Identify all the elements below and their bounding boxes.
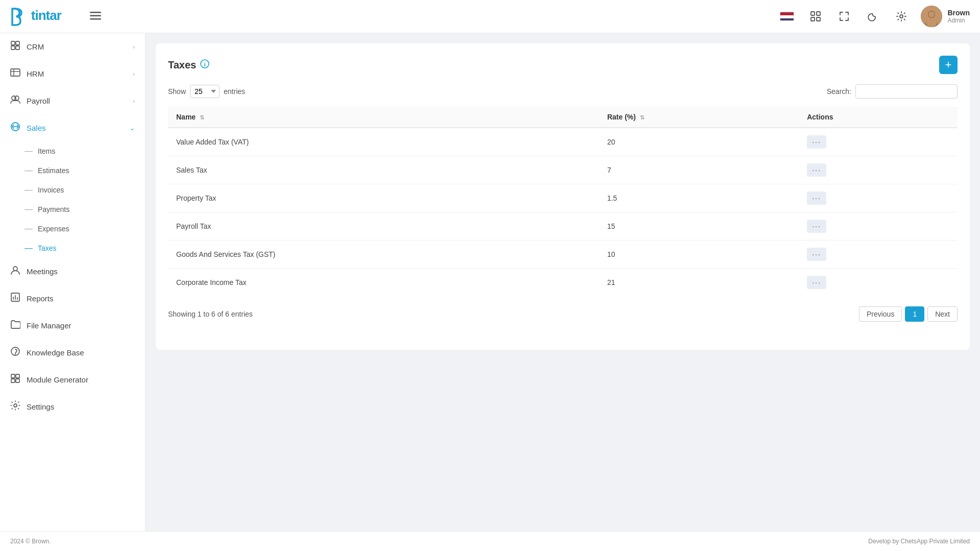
table-row: Value Added Tax (VAT) 20 ··· [168, 128, 958, 156]
page-card: Taxes i + Show 25 50 100 entries [156, 43, 970, 350]
rate-sort-icon: ⇅ [640, 114, 644, 121]
svg-rect-5 [811, 17, 815, 21]
cell-name: Goods And Services Tax (GST) [168, 241, 599, 269]
submenu-items[interactable]: — Items [0, 141, 145, 161]
svg-rect-3 [811, 12, 815, 15]
logo: tintar [10, 7, 61, 26]
sales-icon [10, 122, 20, 134]
svg-point-39 [14, 404, 17, 407]
layout: CRM › HRM › Payroll › [0, 33, 980, 531]
cell-name: Value Added Tax (VAT) [168, 128, 599, 156]
show-entries: Show 25 50 100 entries [168, 85, 245, 98]
cell-name: Sales Tax [168, 156, 599, 184]
svg-rect-6 [817, 17, 820, 21]
sidebar-item-crm[interactable]: CRM › [0, 33, 145, 60]
hrm-chevron: › [133, 70, 135, 78]
crm-icon [10, 40, 20, 53]
sidebar-item-reports[interactable]: Reports [0, 285, 145, 312]
cell-rate: 21 [599, 269, 799, 297]
settings-sidebar-icon [10, 400, 20, 413]
header-left: tintar [10, 7, 101, 26]
svg-rect-13 [11, 41, 15, 45]
svg-point-28 [13, 267, 17, 271]
actions-button-2[interactable]: ··· [807, 191, 826, 205]
info-icon[interactable]: i [200, 59, 209, 70]
svg-point-12 [926, 19, 937, 27]
meetings-icon [10, 265, 20, 278]
page-title-row: Taxes i [168, 59, 209, 71]
sidebar-label-module: Module Generator [27, 375, 88, 384]
table-row: Sales Tax 7 ··· [168, 156, 958, 184]
submenu-expenses[interactable]: — Expenses [0, 219, 145, 238]
settings-icon[interactable] [892, 7, 911, 26]
fullscreen-icon[interactable] [835, 7, 853, 26]
svg-point-11 [928, 11, 935, 17]
actions-button-4[interactable]: ··· [807, 248, 826, 261]
cell-name: Property Tax [168, 184, 599, 212]
submenu-taxes[interactable]: — Taxes [0, 238, 145, 258]
actions-button-5[interactable]: ··· [807, 276, 826, 289]
showing-text: Showing 1 to 6 of 6 entries [168, 310, 253, 318]
sidebar-item-module[interactable]: Module Generator [0, 366, 145, 393]
cell-rate: 7 [599, 156, 799, 184]
page-1-button[interactable]: 1 [905, 306, 924, 322]
filemanager-icon [10, 319, 20, 332]
add-button[interactable]: + [939, 56, 958, 74]
sidebar-item-knowledge[interactable]: Knowledge Base [0, 339, 145, 366]
svg-rect-38 [16, 379, 19, 382]
sidebar-item-sales[interactable]: Sales ⌄ [0, 114, 145, 141]
name-sort-icon: ⇅ [200, 114, 204, 121]
sidebar-item-hrm[interactable]: HRM › [0, 60, 145, 87]
svg-rect-36 [16, 374, 19, 378]
cell-rate: 10 [599, 241, 799, 269]
svg-rect-2 [90, 18, 101, 20]
user-role: Admin [947, 17, 970, 24]
flag-icon[interactable] [778, 7, 796, 26]
svg-text:i: i [204, 61, 206, 67]
col-name[interactable]: Name ⇅ [168, 107, 599, 128]
sidebar-item-filemanager[interactable]: File Manager [0, 312, 145, 339]
payroll-icon [10, 94, 20, 107]
sidebar-item-payroll[interactable]: Payroll › [0, 87, 145, 114]
sidebar-item-meetings[interactable]: Meetings [0, 258, 145, 285]
cell-actions: ··· [799, 269, 958, 297]
actions-button-3[interactable]: ··· [807, 220, 826, 233]
previous-button[interactable]: Previous [859, 306, 902, 322]
page-header: Taxes i + [168, 56, 958, 74]
actions-button-0[interactable]: ··· [807, 135, 826, 149]
submenu-payments[interactable]: — Payments [0, 200, 145, 219]
col-rate[interactable]: Rate (%) ⇅ [599, 107, 799, 128]
actions-button-1[interactable]: ··· [807, 163, 826, 177]
submenu-invoices[interactable]: — Invoices [0, 180, 145, 200]
payroll-chevron: › [133, 98, 135, 105]
avatar [921, 6, 942, 27]
submenu-estimates[interactable]: — Estimates [0, 161, 145, 180]
hamburger-button[interactable] [90, 11, 101, 22]
sales-submenu: — Items — Estimates — Invoices — Payment… [0, 141, 145, 258]
knowledge-icon [10, 346, 20, 359]
sidebar-item-settings[interactable]: Settings [0, 393, 145, 420]
taxes-table: Name ⇅ Rate (%) ⇅ Actions Value Added [168, 107, 958, 296]
footer-copyright: 2024 © Brown. [10, 538, 51, 545]
sidebar-label-hrm: HRM [27, 69, 44, 78]
entries-select[interactable]: 25 50 100 [190, 85, 220, 98]
next-button[interactable]: Next [927, 306, 958, 322]
hrm-icon [10, 67, 20, 80]
logo-text: tintar [10, 7, 61, 26]
cell-actions: ··· [799, 128, 958, 156]
sidebar-label-meetings: Meetings [27, 267, 58, 276]
sidebar-label-settings: Settings [27, 402, 54, 411]
moon-icon[interactable] [864, 7, 882, 26]
sidebar-label-crm: CRM [27, 42, 44, 51]
footer: 2024 © Brown. Develop by ChetsApp Privat… [0, 531, 980, 551]
table-row: Corporate Income Tax 21 ··· [168, 269, 958, 297]
sidebar-label-sales: Sales [27, 124, 46, 132]
grid-icon[interactable] [806, 7, 825, 26]
sidebar: CRM › HRM › Payroll › [0, 33, 146, 531]
search-input[interactable] [855, 84, 958, 99]
table-controls: Show 25 50 100 entries Search: [168, 84, 958, 99]
svg-rect-0 [90, 12, 101, 13]
table-row: Goods And Services Tax (GST) 10 ··· [168, 241, 958, 269]
table-row: Property Tax 1.5 ··· [168, 184, 958, 212]
user-area[interactable]: Brown Admin [921, 6, 970, 27]
